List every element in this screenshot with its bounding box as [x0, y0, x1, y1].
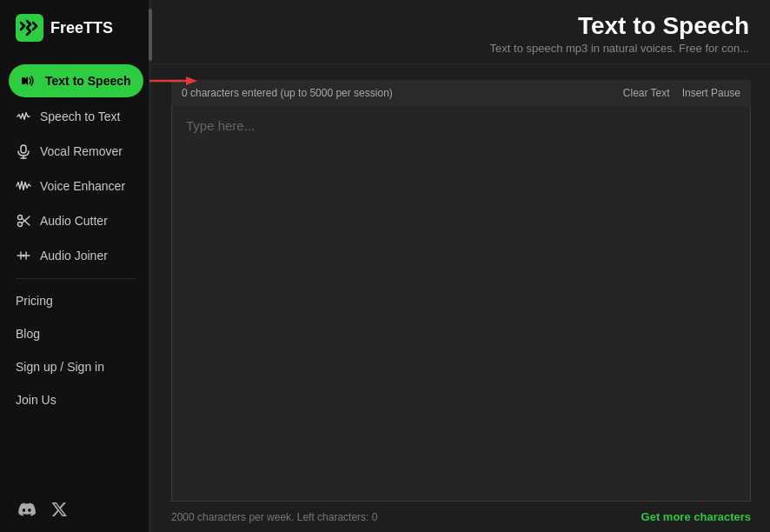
svg-point-23 — [18, 216, 23, 220]
text-input[interactable] — [172, 106, 750, 501]
sidebar-item-label-tts: Text to Speech — [45, 74, 131, 88]
main-content: Text to Speech Text to speech mp3 in nat… — [152, 0, 770, 532]
discord-icon[interactable] — [16, 499, 37, 520]
sidebar-item-label-enhance: Voice Enhancer — [40, 179, 125, 193]
svg-line-8 — [24, 113, 26, 119]
sidebar-scrollbar[interactable] — [149, 0, 152, 532]
nav-divider — [16, 278, 136, 279]
clear-text-button[interactable]: Clear Text — [623, 87, 670, 99]
svg-point-22 — [18, 223, 23, 227]
sidebar-item-speech-to-text[interactable]: Speech to Text — [0, 99, 152, 134]
sidebar-nav: Text to Speech — [0, 56, 152, 487]
insert-pause-button[interactable]: Insert Pause — [682, 87, 740, 99]
mic-icon — [16, 143, 31, 159]
sidebar-item-label-signup: Sign up / Sign in — [16, 360, 104, 374]
sidebar-item-label-blog: Blog — [16, 327, 40, 341]
sidebar-item-vocal-remover[interactable]: Vocal Remover — [0, 134, 152, 169]
sidebar: FreeTTS Text to Speech — [0, 0, 152, 532]
logo[interactable]: FreeTTS — [0, 0, 152, 56]
sidebar-item-label-cutter: Audio Cutter — [40, 214, 108, 228]
stt-icon — [16, 109, 31, 124]
sidebar-item-text-to-speech[interactable]: Text to Speech — [9, 64, 143, 97]
svg-rect-0 — [16, 14, 43, 42]
sidebar-item-audio-cutter[interactable]: Audio Cutter — [0, 203, 152, 238]
svg-rect-11 — [21, 145, 26, 153]
main-body: 0 characters entered (up to 5000 per ses… — [152, 64, 770, 502]
sidebar-item-voice-enhancer[interactable]: Voice Enhancer — [0, 169, 152, 203]
cutter-icon — [16, 213, 31, 229]
page-title: Text to Speech — [173, 12, 749, 40]
sidebar-item-label-vocal: Vocal Remover — [40, 144, 123, 158]
sidebar-scrollbar-thumb — [149, 9, 152, 61]
logo-text: FreeTTS — [50, 19, 113, 37]
sidebar-bottom — [0, 487, 152, 532]
sidebar-item-label-joiner: Audio Joiner — [40, 249, 108, 263]
nav-item-wrapper-tts: Text to Speech — [0, 64, 152, 97]
logo-icon — [16, 14, 43, 42]
main-header: Text to Speech Text to speech mp3 in nat… — [152, 0, 770, 64]
footer-char-info: 2000 characters per week. Left character… — [171, 511, 377, 523]
sidebar-item-pricing[interactable]: Pricing — [0, 284, 152, 317]
char-count: 0 characters entered (up to 5000 per ses… — [182, 87, 393, 99]
sidebar-item-label-join: Join Us — [16, 393, 56, 407]
sidebar-item-audio-joiner[interactable]: Audio Joiner — [0, 238, 152, 273]
tts-icon — [21, 73, 37, 89]
sidebar-item-label-pricing: Pricing — [16, 294, 53, 308]
sidebar-item-join-us[interactable]: Join Us — [0, 383, 152, 416]
char-bar-actions: Clear Text Insert Pause — [623, 87, 740, 99]
sidebar-item-blog[interactable]: Blog — [0, 317, 152, 350]
page-subtitle: Text to speech mp3 in natural voices. Fr… — [173, 42, 749, 55]
svg-line-21 — [29, 184, 30, 186]
svg-rect-1 — [22, 77, 25, 84]
enhance-icon — [16, 178, 31, 194]
sidebar-item-label-stt: Speech to Text — [40, 110, 120, 123]
get-more-characters-button[interactable]: Get more characters — [641, 510, 751, 523]
svg-point-28 — [23, 255, 25, 257]
joiner-icon — [16, 248, 31, 263]
char-status-bar: 0 characters entered (up to 5000 per ses… — [171, 80, 751, 106]
text-area-wrapper — [171, 106, 751, 502]
sidebar-item-signup[interactable]: Sign up / Sign in — [0, 350, 152, 383]
main-footer: 2000 characters per week. Left character… — [152, 502, 770, 532]
twitter-x-icon[interactable] — [49, 499, 70, 520]
